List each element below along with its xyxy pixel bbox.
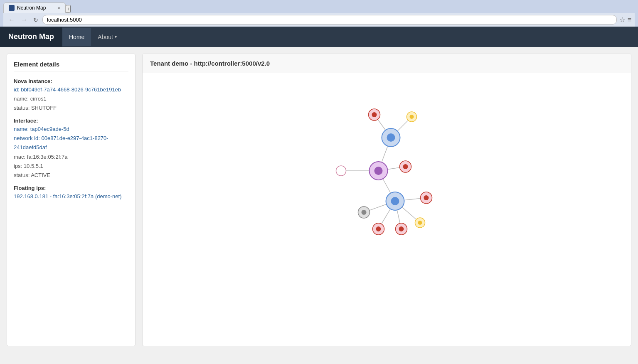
- svg-point-16: [391, 197, 399, 205]
- nova-status: status: SHUTOFF: [14, 103, 128, 113]
- nova-section-title: Nova instance:: [14, 78, 128, 84]
- tab-title: Neutron Map: [17, 5, 46, 11]
- iface-ips: ips: 10.5.5.1: [14, 162, 128, 171]
- browser-menu-button[interactable]: ≡: [628, 16, 631, 24]
- network-graph-svg: [143, 73, 631, 331]
- back-button[interactable]: ←: [7, 15, 17, 25]
- svg-point-20: [399, 226, 404, 231]
- map-canvas[interactable]: [143, 73, 631, 331]
- nova-id: id: bbf049ef-7a74-4668-8026-9c761be191eb: [14, 85, 128, 94]
- svg-point-21: [418, 221, 422, 225]
- floating-value: 192.168.0.181 - fa:16:3e:05:2f:7a (demo-…: [14, 192, 128, 201]
- bookmark-button[interactable]: ☆: [619, 16, 625, 24]
- svg-point-11: [387, 133, 395, 142]
- panel-title: Element details: [14, 61, 128, 71]
- iface-network: network id: 00e871de-e297-4ac1-8270-241d…: [14, 134, 128, 152]
- active-tab[interactable]: Neutron Map ×: [3, 2, 66, 13]
- svg-point-13: [410, 115, 414, 119]
- map-header: Tenant demo - http://controller:5000/v2.…: [143, 54, 631, 73]
- svg-point-17: [424, 195, 429, 200]
- svg-point-15: [403, 164, 408, 169]
- svg-point-18: [362, 210, 367, 215]
- navbar-nav: Home About ▾: [62, 28, 123, 46]
- interface-section-title: Interface:: [14, 118, 128, 124]
- navbar-brand[interactable]: Neutron Map: [0, 27, 62, 47]
- app-navbar: Neutron Map Home About ▾: [0, 27, 638, 47]
- browser-chrome: Neutron Map × + ← → ↻ ☆ ≡: [0, 0, 638, 27]
- forward-button[interactable]: →: [19, 15, 29, 25]
- tab-bar: Neutron Map × +: [3, 2, 635, 13]
- tab-favicon: [9, 5, 15, 11]
- floating-section-title: Floating ips:: [14, 185, 128, 191]
- node-pink-outline-left[interactable]: [336, 166, 346, 176]
- svg-point-14: [374, 167, 383, 175]
- svg-point-12: [372, 112, 377, 117]
- address-bar: ← → ↻ ☆ ≡: [3, 13, 635, 27]
- network-map-panel: Tenant demo - http://controller:5000/v2.…: [142, 54, 631, 346]
- iface-status: status: ACTIVE: [14, 171, 128, 180]
- address-input[interactable]: [42, 15, 617, 25]
- refresh-button[interactable]: ↻: [32, 16, 40, 24]
- element-details-panel: Element details Nova instance: id: bbf04…: [7, 54, 135, 346]
- nova-name: name: cirros1: [14, 94, 128, 103]
- new-tab-button[interactable]: +: [66, 5, 71, 13]
- main-content: Element details Nova instance: id: bbf04…: [0, 47, 638, 353]
- iface-mac: mac: fa:16:3e:05:2f:7a: [14, 152, 128, 162]
- iface-name: name: tap04ec9ade-5d: [14, 125, 128, 134]
- svg-point-19: [376, 226, 381, 231]
- nav-item-home[interactable]: Home: [62, 28, 91, 46]
- chevron-down-icon: ▾: [115, 34, 117, 39]
- nav-item-about[interactable]: About ▾: [91, 28, 123, 46]
- tab-close-button[interactable]: ×: [58, 5, 60, 10]
